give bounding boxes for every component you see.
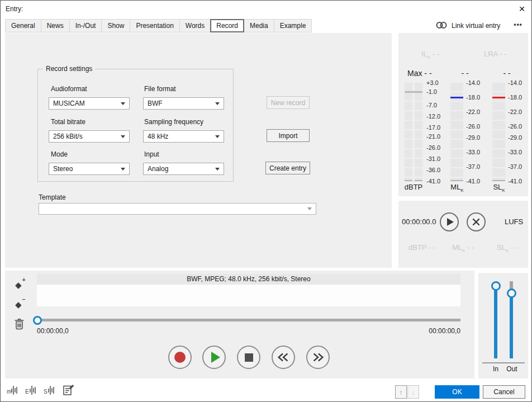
meter-tick-label: -21.0 [426,133,440,140]
create-entry-button[interactable]: Create entry [265,162,310,174]
tab-example[interactable]: Example [274,19,312,32]
play-icon [447,218,454,226]
template-select[interactable] [39,203,316,215]
in-out-divider [482,362,525,363]
rewind-button[interactable] [272,346,295,369]
meter-tick-label: -12.0 [426,113,440,120]
chevron-down-icon [215,168,220,171]
chevron-down-icon [307,207,312,210]
dbtp-value-readout: dBTP - - [408,243,435,252]
chevron-down-icon [121,135,125,138]
position-slider[interactable] [37,319,460,321]
tab-in-out[interactable]: In-/Out [69,19,102,32]
cancel-button[interactable]: Cancel [483,385,525,399]
input-value: Analog [148,165,168,173]
position-slider-handle[interactable] [33,316,42,325]
down-arrow-icon: ↓ [411,388,415,396]
lra-readout: LRA - - [484,50,506,58]
dbtp-max-line [405,91,422,93]
marker-tool-m-button[interactable]: m [6,384,20,398]
ml-scale: -14.0-18.0-22.0-26.0-29.0-33.0-37.0-41.0 [466,83,485,181]
file-format-value: BWF [148,100,163,107]
add-marker-button[interactable]: ◆+ [15,280,22,290]
import-button[interactable]: Import [267,129,310,142]
total-time: 00:00:00,0 [405,327,460,335]
record-icon [174,352,186,363]
meter-tick-label: -31.0 [426,155,440,162]
sl-peak-readout: - - [498,69,515,78]
stop-button[interactable] [237,346,260,369]
meter-tick-label: -1.0 [426,88,437,95]
edit-notes-button[interactable] [62,384,74,398]
meter-tick-label: -33.0 [466,149,480,155]
loudness-meter-panel: ILK - - LRA - - Max - - - - - - +3.0-1.0… [398,33,528,196]
record-button[interactable] [168,346,192,369]
ok-button[interactable]: OK [435,385,479,399]
more-menu-button[interactable]: ••• [510,21,526,29]
audioformat-select[interactable]: MUSICAM [49,97,130,110]
chevron-down-icon [215,135,220,138]
out-label: Out [505,365,519,373]
total-bitrate-value: 256 kBit/s [53,133,83,140]
tab-show[interactable]: Show [101,19,130,32]
dbtp-bar-right [415,83,422,181]
sampling-frequency-select[interactable]: 48 kHz [143,130,224,143]
in-slider-handle[interactable] [491,281,501,291]
sl-target-line [492,97,505,98]
dbtp-label: dBTP [401,183,426,191]
sl-label: SLK [487,183,511,193]
marker-letter-e: E [25,389,29,395]
marker-tool-s-button[interactable]: S [43,384,56,398]
ml-value-readout: MLK - - [452,243,474,253]
out-slider-handle[interactable] [507,289,516,298]
x-icon [472,218,480,226]
tab-media[interactable]: Media [244,19,274,32]
input-select[interactable]: Analog [143,163,224,175]
record-settings-group: Record settings Audioformat MUSICAM File… [37,69,234,182]
meter-tick-label: -33.0 [508,149,522,155]
lufs-measure-panel: 00:00:00.0 LUFS dBTP - - MLK - - SLK - - [398,201,528,268]
meter-tick-label: -29.0 [508,134,522,141]
tab-words[interactable]: Words [179,19,211,32]
chevron-down-icon [121,168,125,171]
tab-bar: GeneralNewsIn-/OutShowPresentationWordsR… [5,19,311,32]
meter-tick-label: -22.0 [466,108,480,115]
tab-record[interactable]: Record [210,19,244,32]
new-record-button[interactable]: New record [267,96,310,109]
momentary-loudness-meter: -14.0-18.0-22.0-26.0-29.0-33.0-37.0-41.0… [450,83,487,181]
out-slider-track[interactable] [510,293,513,358]
dbtp-meter: +3.0-1.0-7.0-12.0-17.0-21.0-26.0-31.0-36… [405,83,447,181]
move-up-button[interactable]: ↑ [395,385,407,399]
chevron-down-icon [121,102,125,105]
total-bitrate-select[interactable]: 256 kBit/s [49,130,130,143]
play-button[interactable] [202,346,226,369]
link-virtual-entry-button[interactable]: Link virtual entry [435,20,500,31]
move-down-button[interactable]: ↓ [407,385,419,399]
format-status-bar: BWF, MPEG; 48.0 kHz, 256 kbit/s, Stereo [37,274,460,285]
measure-play-button[interactable] [440,212,459,231]
meter-tick-label: -22.0 [508,108,522,115]
chevron-down-icon [215,102,220,105]
close-icon[interactable]: × [512,2,531,16]
remove-marker-button[interactable]: ◆− [15,300,22,310]
tab-general[interactable]: General [5,19,41,32]
tab-presentation[interactable]: Presentation [130,19,179,32]
waveform-display [37,285,460,306]
in-slider-track[interactable] [494,282,497,358]
marker-tool-e-button[interactable]: E [25,384,38,398]
tab-news[interactable]: News [41,19,70,32]
input-label: Input [144,150,159,158]
file-format-select[interactable]: BWF [143,97,224,110]
mode-select[interactable]: Stereo [49,163,130,175]
mode-label: Mode [51,150,68,158]
entry-dialog: Entry: × GeneralNewsIn-/OutShowPresentat… [0,0,532,402]
measure-cancel-button[interactable] [467,212,486,231]
window-title: Entry: [6,5,23,13]
forward-button[interactable] [306,346,330,369]
delete-recording-button[interactable] [14,318,25,332]
dbtp-bar-left [405,83,412,181]
ml-target-line [450,97,463,98]
player-panel: ◆+ ◆− BWF, MPEG; 48.0 kHz, 256 kbit/s, S… [5,271,474,379]
meter-tick-label: -18.0 [466,94,480,101]
record-tab-panel: Record settings Audioformat MUSICAM File… [5,33,392,268]
